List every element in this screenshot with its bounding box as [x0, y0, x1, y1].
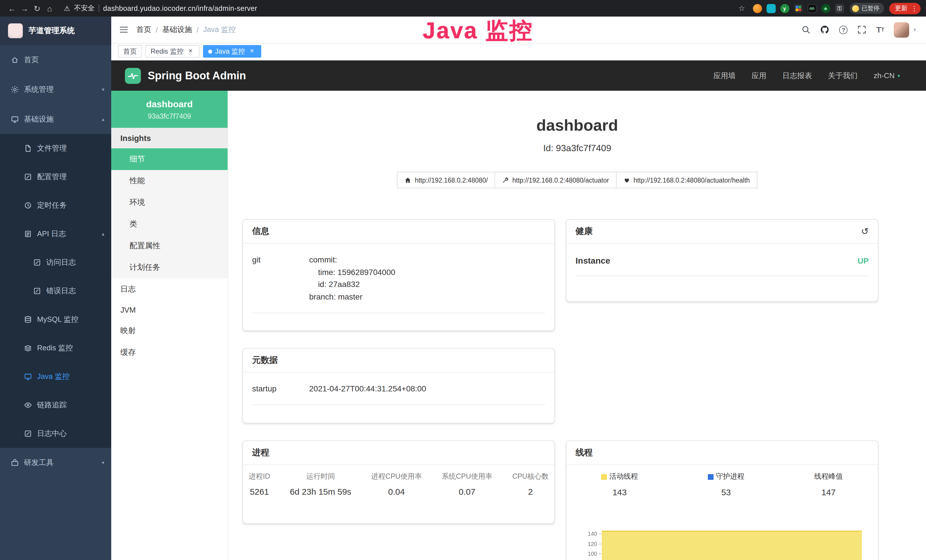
- sba-item-caches[interactable]: 缓存: [111, 342, 228, 363]
- card-info: 信息 git commit: time: 1596289704000 id: 2…: [242, 219, 555, 331]
- security-label[interactable]: 不安全: [74, 3, 95, 13]
- breadcrumb-separator: /: [197, 26, 198, 34]
- sidebar-item-log-center[interactable]: 日志中心: [0, 419, 111, 448]
- cell-value: 2: [512, 487, 549, 496]
- edit-icon: [24, 173, 32, 181]
- main-area: 首页 / 基础设施 / Java 监控 ?: [111, 17, 926, 560]
- sidebar-item-label: 研发工具: [24, 458, 97, 468]
- cards-column-right: 健康 ↺ Instance UP: [566, 219, 878, 560]
- instance-id: 93a3fc7f7409: [116, 112, 223, 120]
- column-header: 进程ID: [249, 472, 270, 481]
- edit-icon: [33, 259, 41, 266]
- help-icon[interactable]: ?: [839, 26, 848, 34]
- sba-brand[interactable]: Spring Boot Admin: [148, 69, 246, 82]
- avatar[interactable]: [894, 22, 909, 37]
- extension-icon-4[interactable]: [794, 4, 803, 13]
- y-tick: 120: [583, 539, 602, 549]
- instance-header[interactable]: dashboard 93a3fc7f7409: [111, 91, 228, 128]
- sidebar-item-api-log[interactable]: API 日志 ▴: [0, 219, 111, 248]
- instance-link-actuator[interactable]: http://192.168.0.2:48080/actuator: [495, 172, 616, 188]
- sba-nav-journal[interactable]: 日志报表: [782, 70, 812, 81]
- cell-value: 0.04: [371, 487, 422, 496]
- close-icon[interactable]: ×: [186, 47, 195, 55]
- sba-content: dashboard Id: 93a3fc7f7409 http://192.16…: [228, 91, 926, 560]
- sba-item-jvm[interactable]: JVM: [111, 300, 228, 320]
- sba-item-logs[interactable]: 日志: [111, 278, 228, 300]
- sba-item-classes[interactable]: 类: [111, 213, 228, 235]
- breadcrumb-current: Java 监控: [203, 24, 236, 35]
- chevron-up-icon: ▴: [102, 231, 104, 237]
- sba-language-select[interactable]: zh-CN ▾: [873, 71, 900, 80]
- tag-home[interactable]: 首页: [118, 45, 142, 58]
- font-size-icon[interactable]: TT: [876, 25, 884, 34]
- sidebar-item-access-log[interactable]: 访问日志: [0, 248, 111, 277]
- url-text[interactable]: dashboard.yudao.iocoder.cn/infra/admin-s…: [103, 4, 257, 12]
- info-row-git: git commit: time: 1596289704000 id: 27aa…: [252, 246, 545, 313]
- github-icon[interactable]: [820, 25, 830, 34]
- health-label: Instance: [575, 256, 610, 265]
- card-title: 信息: [252, 226, 269, 237]
- breadcrumb-infra[interactable]: 基础设施: [162, 24, 192, 35]
- extensions-puzzle-icon[interactable]: ⚿: [835, 4, 844, 13]
- sba-nav-wallboard[interactable]: 应用墙: [713, 70, 735, 81]
- link-label: http://192.168.0.2:48080/actuator: [512, 177, 609, 183]
- extension-icon-leaf[interactable]: ♣: [821, 4, 830, 13]
- process-col-uptime: 运行时间 6d 23h 15m 59s: [288, 472, 354, 496]
- sidebar-item-home[interactable]: 首页: [0, 45, 111, 75]
- sidebar-item-redis-monitor[interactable]: Redis 监控: [0, 334, 111, 362]
- sba-item-details[interactable]: 细节: [111, 148, 228, 170]
- column-header: 进程CPU使用率: [371, 472, 422, 481]
- sidebar-item-system[interactable]: 系统管理 ▾: [0, 75, 111, 104]
- tag-redis-monitor[interactable]: Redis 监控 ×: [145, 45, 200, 58]
- sidebar-item-dev-tools[interactable]: 研发工具 ▾: [0, 448, 111, 478]
- card-health: 健康 ↺ Instance UP: [566, 219, 878, 302]
- search-icon[interactable]: [802, 25, 811, 34]
- sidebar-item-java-monitor[interactable]: Java 监控: [0, 362, 111, 391]
- forward-icon[interactable]: →: [18, 4, 31, 13]
- breadcrumb-home[interactable]: 首页: [136, 24, 151, 35]
- home-icon[interactable]: ⌂: [43, 4, 56, 13]
- instance-link-root[interactable]: http://192.168.0.2:48080/: [397, 172, 495, 188]
- column-header: 系统CPU使用率: [442, 472, 493, 481]
- sidebar-item-file-manage[interactable]: 文件管理: [0, 134, 111, 163]
- sba-nav-applications[interactable]: 应用: [752, 70, 766, 81]
- sidebar-item-config-manage[interactable]: 配置管理: [0, 163, 111, 191]
- app-logo[interactable]: 芋道管理系统: [0, 17, 111, 45]
- fullscreen-icon[interactable]: [858, 25, 867, 34]
- legend-value: 143: [601, 487, 638, 497]
- extension-icon-on[interactable]: on: [807, 4, 817, 13]
- bookmark-star-icon[interactable]: ☆: [735, 4, 748, 12]
- sidebar-item-mysql-monitor[interactable]: MySQL 监控: [0, 305, 111, 334]
- sidebar-item-trace[interactable]: 链路追踪: [0, 391, 111, 419]
- tag-label: Redis 监控: [151, 47, 184, 56]
- sba-item-config-props[interactable]: 配置属性: [111, 235, 228, 257]
- sba-item-scheduled-tasks[interactable]: 计划任务: [111, 257, 228, 278]
- edit-icon: [33, 287, 41, 295]
- chevron-down-icon: ▾: [914, 27, 916, 33]
- address-bar[interactable]: ⚠ 不安全 dashboard.yudao.iocoder.cn/infra/a…: [64, 3, 257, 13]
- health-row-instance: Instance UP: [575, 246, 869, 276]
- sidebar-item-label: MySQL 监控: [37, 314, 104, 325]
- close-icon[interactable]: ×: [248, 47, 256, 55]
- chevron-down-icon: ▾: [897, 73, 900, 79]
- extension-icon-1[interactable]: [753, 4, 762, 13]
- browser-update-button[interactable]: 更新 ⋮: [889, 3, 921, 14]
- instance-link-health[interactable]: http://192.168.0.2:48080/actuator/health: [616, 172, 757, 188]
- sba-item-performance[interactable]: 性能: [111, 170, 228, 192]
- sidebar-item-label: 基础设施: [24, 114, 97, 124]
- back-icon[interactable]: ←: [6, 4, 18, 13]
- sidebar-item-infra[interactable]: 基础设施 ▴: [0, 104, 111, 134]
- extension-icon-2[interactable]: [766, 4, 775, 13]
- sba-item-mappings[interactable]: 映射: [111, 320, 228, 342]
- profile-paused-chip[interactable]: 已暂停: [850, 3, 884, 14]
- sidebar-item-error-log[interactable]: 错误日志: [0, 277, 111, 305]
- sba-nav-about[interactable]: 关于我们: [828, 70, 858, 81]
- tag-java-monitor[interactable]: Java 监控 ×: [203, 45, 261, 58]
- extension-icon-3[interactable]: y: [780, 4, 789, 13]
- reload-icon[interactable]: ↻: [31, 4, 43, 13]
- history-icon[interactable]: ↺: [861, 227, 869, 236]
- sidebar-fold-icon[interactable]: [119, 25, 128, 34]
- sidebar-item-scheduled-jobs[interactable]: 定时任务: [0, 191, 111, 219]
- process-col-cpu-cores: CPU核心数 2: [510, 472, 551, 496]
- sba-item-environment[interactable]: 环境: [111, 192, 228, 213]
